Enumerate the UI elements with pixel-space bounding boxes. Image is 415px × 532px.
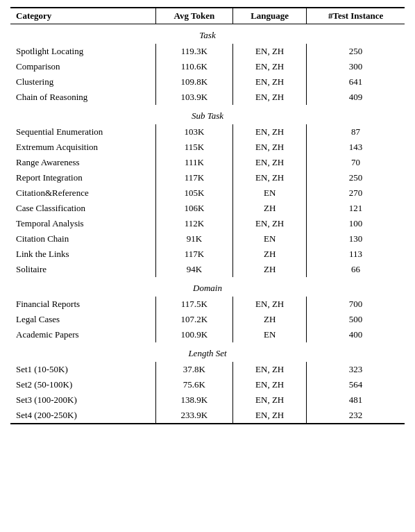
cell-category: Comparison [10, 59, 155, 74]
cell-category: Chain of Reasoning [10, 90, 155, 105]
cell-avg-token: 106K [155, 201, 233, 216]
section-header-domain: Domain [10, 277, 405, 297]
cell-test-instance: 87 [307, 124, 405, 140]
cell-category: Set4 (200-250K) [10, 408, 155, 424]
cell-language: EN, ZH [233, 44, 307, 59]
cell-language: EN, ZH [233, 74, 307, 90]
cell-test-instance: 143 [307, 140, 405, 155]
table-row: Academic Papers100.9KEN400 [10, 327, 405, 342]
cell-category: Financial Reports [10, 297, 155, 312]
cell-avg-token: 115K [155, 140, 233, 155]
cell-category: Sequential Enumeration [10, 124, 155, 140]
cell-test-instance: 250 [307, 170, 405, 185]
table-row: Citation Chain91KEN130 [10, 231, 405, 247]
cell-test-instance: 100 [307, 216, 405, 231]
cell-language: ZH [233, 262, 307, 277]
cell-avg-token: 109.8K [155, 74, 233, 90]
cell-category: Range Awareness [10, 155, 155, 170]
cell-category: Academic Papers [10, 327, 155, 342]
cell-test-instance: 270 [307, 185, 405, 201]
cell-category: Temporal Analysis [10, 216, 155, 231]
cell-test-instance: 130 [307, 231, 405, 247]
table-row: Citation&Reference105KEN270 [10, 185, 405, 201]
cell-avg-token: 103.9K [155, 90, 233, 105]
table-row: Report Integration117KEN, ZH250 [10, 170, 405, 185]
cell-language: EN [233, 327, 307, 342]
header-test-instance: #Test Instance [307, 8, 405, 24]
cell-language: EN, ZH [233, 216, 307, 231]
cell-test-instance: 70 [307, 155, 405, 170]
header-language: Language [233, 8, 307, 24]
cell-test-instance: 121 [307, 201, 405, 216]
cell-test-instance: 564 [307, 377, 405, 392]
cell-avg-token: 110.6K [155, 59, 233, 74]
cell-category: Report Integration [10, 170, 155, 185]
cell-language: ZH [233, 201, 307, 216]
table-row: Range Awareness111KEN, ZH70 [10, 155, 405, 170]
cell-language: EN [233, 231, 307, 247]
cell-category: Link the Links [10, 247, 155, 262]
section-header-length-set: Length Set [10, 342, 405, 362]
section-header-task: Task [10, 24, 405, 44]
cell-test-instance: 641 [307, 74, 405, 90]
table-row: Case Classification106KZH121 [10, 201, 405, 216]
table-row: Spotlight Locating119.3KEN, ZH250 [10, 44, 405, 59]
cell-test-instance: 300 [307, 59, 405, 74]
cell-avg-token: 107.2K [155, 312, 233, 327]
main-table: Category Avg Token Language #Test Instan… [10, 7, 405, 424]
cell-category: Case Classification [10, 201, 155, 216]
section-header-sub-task: Sub Task [10, 105, 405, 124]
cell-language: EN, ZH [233, 140, 307, 155]
cell-language: EN, ZH [233, 90, 307, 105]
table-row: Set2 (50-100K)75.6KEN, ZH564 [10, 377, 405, 392]
header-avg-token: Avg Token [155, 8, 233, 24]
table-row: Sequential Enumeration103KEN, ZH87 [10, 124, 405, 140]
cell-language: EN, ZH [233, 392, 307, 408]
cell-avg-token: 233.9K [155, 408, 233, 424]
table-header: Category Avg Token Language #Test Instan… [10, 8, 405, 24]
table-row: Solitaire94KZH66 [10, 262, 405, 277]
table-row: Temporal Analysis112KEN, ZH100 [10, 216, 405, 231]
cell-test-instance: 250 [307, 44, 405, 59]
cell-language: EN, ZH [233, 170, 307, 185]
cell-test-instance: 66 [307, 262, 405, 277]
table-row: Extremum Acquisition115KEN, ZH143 [10, 140, 405, 155]
cell-avg-token: 138.9K [155, 392, 233, 408]
table-row: Set4 (200-250K)233.9KEN, ZH232 [10, 408, 405, 424]
table-row: Set3 (100-200K)138.9KEN, ZH481 [10, 392, 405, 408]
table-row: Clustering109.8KEN, ZH641 [10, 74, 405, 90]
cell-category: Solitaire [10, 262, 155, 277]
cell-test-instance: 409 [307, 90, 405, 105]
cell-avg-token: 119.3K [155, 44, 233, 59]
cell-category: Legal Cases [10, 312, 155, 327]
cell-language: EN, ZH [233, 297, 307, 312]
cell-avg-token: 105K [155, 185, 233, 201]
table-row: Chain of Reasoning103.9KEN, ZH409 [10, 90, 405, 105]
cell-avg-token: 94K [155, 262, 233, 277]
cell-avg-token: 111K [155, 155, 233, 170]
cell-category: Extremum Acquisition [10, 140, 155, 155]
cell-avg-token: 37.8K [155, 362, 233, 377]
cell-avg-token: 100.9K [155, 327, 233, 342]
table-row: Link the Links117KZH113 [10, 247, 405, 262]
cell-test-instance: 232 [307, 408, 405, 424]
table-row: Financial Reports117.5KEN, ZH700 [10, 297, 405, 312]
cell-category: Set2 (50-100K) [10, 377, 155, 392]
cell-avg-token: 117K [155, 247, 233, 262]
cell-avg-token: 117K [155, 170, 233, 185]
cell-language: EN, ZH [233, 155, 307, 170]
cell-category: Citation Chain [10, 231, 155, 247]
cell-category: Set3 (100-200K) [10, 392, 155, 408]
cell-test-instance: 323 [307, 362, 405, 377]
cell-test-instance: 700 [307, 297, 405, 312]
cell-avg-token: 117.5K [155, 297, 233, 312]
cell-language: ZH [233, 247, 307, 262]
cell-category: Clustering [10, 74, 155, 90]
table-row: Legal Cases107.2KZH500 [10, 312, 405, 327]
table-row: Comparison110.6KEN, ZH300 [10, 59, 405, 74]
cell-test-instance: 500 [307, 312, 405, 327]
cell-category: Set1 (10-50K) [10, 362, 155, 377]
cell-test-instance: 113 [307, 247, 405, 262]
cell-test-instance: 400 [307, 327, 405, 342]
cell-avg-token: 112K [155, 216, 233, 231]
